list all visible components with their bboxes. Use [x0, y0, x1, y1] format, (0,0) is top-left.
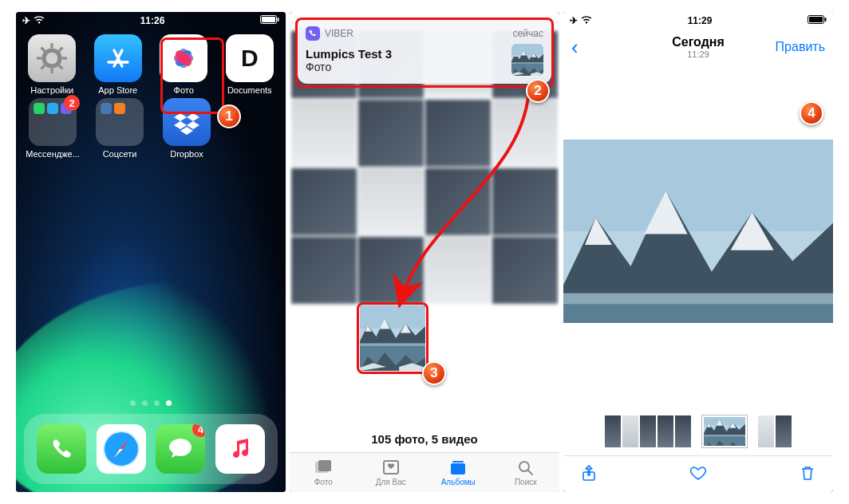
badge-messengers: 2	[64, 95, 80, 111]
filmstrip-thumb[interactable]	[622, 415, 638, 447]
app-dropbox[interactable]: Dropbox	[156, 98, 217, 159]
appstore-icon	[94, 34, 142, 82]
documents-icon: D	[226, 34, 274, 82]
svg-rect-17	[51, 69, 53, 73]
photo-navbar: ‹ Сегодня 11:29 Править	[563, 30, 833, 65]
filmstrip-thumb-selected[interactable]	[702, 415, 747, 447]
notification-title: Lumpics Test 3	[306, 47, 392, 61]
airplane-icon: ✈︎	[22, 15, 30, 26]
notification-app-name: VIBER	[325, 28, 353, 39]
nav-title: Сегодня	[672, 35, 725, 49]
dropbox-icon	[163, 98, 211, 146]
notification-time: сейчас	[513, 28, 543, 39]
svg-rect-50	[583, 472, 594, 480]
notification-subtitle: Фото	[306, 61, 392, 73]
app-documents[interactable]: D Documents	[220, 34, 280, 95]
viber-notification[interactable]: VIBER сейчас Lumpics Test 3 Фото	[298, 20, 551, 84]
app-settings[interactable]: Настройки	[22, 34, 82, 95]
tab-search[interactable]: Поиск	[492, 453, 560, 492]
filmstrip-thumb[interactable]	[657, 415, 673, 447]
edit-button[interactable]: Править	[776, 40, 825, 54]
notification-thumbnail	[511, 44, 543, 76]
airplane-icon: ✈︎	[570, 15, 578, 26]
app-appstore[interactable]: App Store	[89, 34, 148, 95]
wifi-icon	[34, 15, 45, 26]
svg-rect-18	[37, 57, 41, 59]
filmstrip-thumb[interactable]	[758, 415, 774, 447]
photos-icon	[160, 34, 207, 82]
share-button[interactable]	[579, 463, 598, 486]
svg-rect-19	[62, 57, 67, 59]
marker-3: 3	[422, 361, 446, 385]
filmstrip-thumb[interactable]	[776, 415, 792, 447]
status-time: 11:29	[592, 15, 808, 26]
photo-toolbar	[563, 455, 833, 492]
svg-rect-44	[451, 463, 465, 474]
svg-rect-48	[809, 17, 823, 22]
svg-rect-49	[825, 18, 827, 22]
trash-button[interactable]	[798, 463, 817, 486]
photos-tabbar: Фото Для Вас Альбомы Поиск	[290, 452, 559, 492]
svg-point-46	[519, 462, 529, 471]
filmstrip-thumb[interactable]	[605, 415, 621, 447]
svg-rect-12	[262, 17, 275, 22]
svg-rect-13	[278, 18, 279, 22]
dock-music[interactable]	[215, 424, 265, 474]
filmstrip-thumb[interactable]	[675, 415, 691, 447]
status-bar: ✈︎ 11:29	[563, 12, 833, 30]
page-indicator	[16, 400, 286, 406]
photo-grid-blurred	[290, 30, 559, 452]
battery-icon	[260, 15, 279, 26]
battery-icon	[808, 15, 827, 26]
filmstrip-thumb[interactable]	[640, 415, 656, 447]
tab-foryou[interactable]: Для Вас	[357, 453, 425, 492]
dock-messages[interactable]: 4	[156, 424, 205, 474]
app-photos[interactable]: Фото	[154, 34, 214, 95]
wifi-icon	[581, 15, 592, 26]
dock-safari[interactable]	[97, 424, 146, 474]
settings-icon	[28, 34, 76, 82]
marker-4: 4	[800, 101, 823, 125]
svg-marker-32	[174, 113, 187, 121]
marker-1: 1	[217, 104, 241, 128]
tab-photos[interactable]: Фото	[290, 453, 357, 492]
folder-social[interactable]: Соцсети	[89, 98, 150, 159]
marker-2: 2	[526, 79, 550, 103]
viber-icon	[306, 26, 320, 41]
status-time: 11:26	[45, 15, 260, 26]
folder-messengers[interactable]: 2 Мессендже...	[22, 98, 83, 159]
svg-rect-16	[51, 43, 53, 48]
library-count: 105 фото, 5 видео	[290, 424, 559, 446]
latest-photo-thumb[interactable]	[360, 305, 425, 371]
svg-marker-33	[187, 113, 199, 121]
dock: 4	[24, 414, 278, 484]
filmstrip[interactable]	[563, 414, 833, 449]
svg-point-15	[46, 53, 58, 65]
photo-detail-view[interactable]	[563, 140, 833, 323]
favorite-button[interactable]	[689, 463, 708, 486]
tab-albums[interactable]: Альбомы	[424, 453, 492, 492]
status-bar: ✈︎ 11:26	[16, 12, 286, 30]
back-button[interactable]: ‹	[571, 35, 579, 60]
badge-messages: 4	[192, 424, 205, 437]
svg-rect-42	[318, 460, 331, 471]
dock-phone[interactable]	[37, 424, 86, 474]
svg-rect-45	[452, 461, 464, 463]
nav-subtitle: 11:29	[672, 49, 725, 59]
